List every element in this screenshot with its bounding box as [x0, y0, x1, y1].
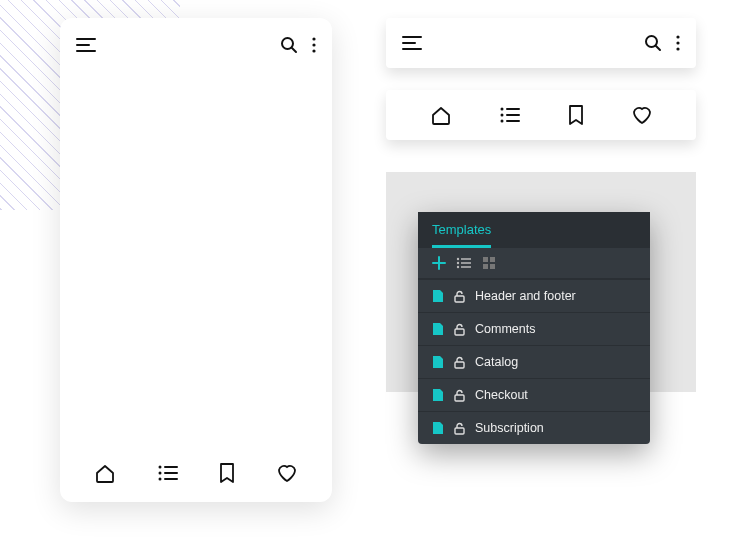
- template-item[interactable]: Comments: [418, 312, 650, 345]
- template-item[interactable]: Subscription: [418, 411, 650, 444]
- list-view-icon[interactable]: [456, 257, 472, 269]
- unlock-icon: [454, 356, 465, 369]
- templates-panel-header: Templates: [418, 212, 650, 248]
- bookmark-icon[interactable]: [568, 104, 584, 126]
- unlock-icon: [454, 323, 465, 336]
- templates-list: Header and footer Comments Catalog Check…: [418, 279, 650, 444]
- footer-bar-component: [386, 90, 696, 140]
- template-label-text: Catalog: [475, 355, 518, 369]
- template-label-text: Comments: [475, 322, 535, 336]
- svg-point-9: [676, 41, 679, 44]
- add-icon[interactable]: [432, 256, 446, 270]
- phone-footer: [60, 444, 332, 502]
- more-icon[interactable]: [676, 35, 680, 51]
- search-icon[interactable]: [644, 34, 662, 52]
- svg-point-1: [312, 37, 315, 40]
- file-icon: [432, 322, 444, 336]
- list-icon[interactable]: [499, 106, 521, 124]
- menu-icon[interactable]: [402, 36, 422, 50]
- list-icon[interactable]: [157, 464, 179, 482]
- bookmark-icon[interactable]: [219, 462, 235, 484]
- svg-point-13: [500, 120, 503, 123]
- templates-panel: Templates Header and footer Comments Cat…: [418, 212, 650, 444]
- file-icon: [432, 289, 444, 303]
- template-item[interactable]: Header and footer: [418, 279, 650, 312]
- templates-toolbar: [418, 248, 650, 279]
- phone-body: [60, 72, 332, 444]
- svg-point-5: [158, 472, 161, 475]
- home-icon[interactable]: [430, 104, 452, 126]
- svg-point-12: [500, 114, 503, 117]
- templates-title: Templates: [432, 222, 491, 248]
- svg-rect-23: [455, 362, 464, 368]
- svg-rect-19: [483, 264, 488, 269]
- svg-point-16: [457, 266, 459, 268]
- menu-icon[interactable]: [76, 38, 96, 52]
- svg-rect-20: [490, 264, 495, 269]
- phone-mockup: [60, 18, 332, 502]
- home-icon[interactable]: [94, 462, 116, 484]
- svg-point-2: [312, 43, 315, 46]
- more-icon[interactable]: [312, 37, 316, 53]
- phone-header: [60, 18, 332, 72]
- svg-point-8: [676, 35, 679, 38]
- file-icon: [432, 421, 444, 435]
- svg-point-11: [500, 108, 503, 111]
- unlock-icon: [454, 290, 465, 303]
- file-icon: [432, 355, 444, 369]
- svg-rect-21: [455, 296, 464, 302]
- template-label-text: Subscription: [475, 421, 544, 435]
- svg-rect-24: [455, 395, 464, 401]
- svg-rect-17: [483, 257, 488, 262]
- header-bar-component: [386, 18, 696, 68]
- heart-icon[interactable]: [276, 463, 298, 483]
- svg-point-10: [676, 47, 679, 50]
- unlock-icon: [454, 422, 465, 435]
- template-item[interactable]: Checkout: [418, 378, 650, 411]
- heart-icon[interactable]: [631, 105, 653, 125]
- svg-point-4: [158, 466, 161, 469]
- svg-point-3: [312, 49, 315, 52]
- svg-point-6: [158, 478, 161, 481]
- svg-rect-25: [455, 428, 464, 434]
- svg-rect-22: [455, 329, 464, 335]
- unlock-icon: [454, 389, 465, 402]
- template-label-text: Checkout: [475, 388, 528, 402]
- grid-view-icon[interactable]: [482, 256, 496, 270]
- template-label-text: Header and footer: [475, 289, 576, 303]
- svg-point-14: [457, 258, 459, 260]
- file-icon: [432, 388, 444, 402]
- template-item[interactable]: Catalog: [418, 345, 650, 378]
- svg-point-15: [457, 262, 459, 264]
- svg-rect-18: [490, 257, 495, 262]
- search-icon[interactable]: [280, 36, 298, 54]
